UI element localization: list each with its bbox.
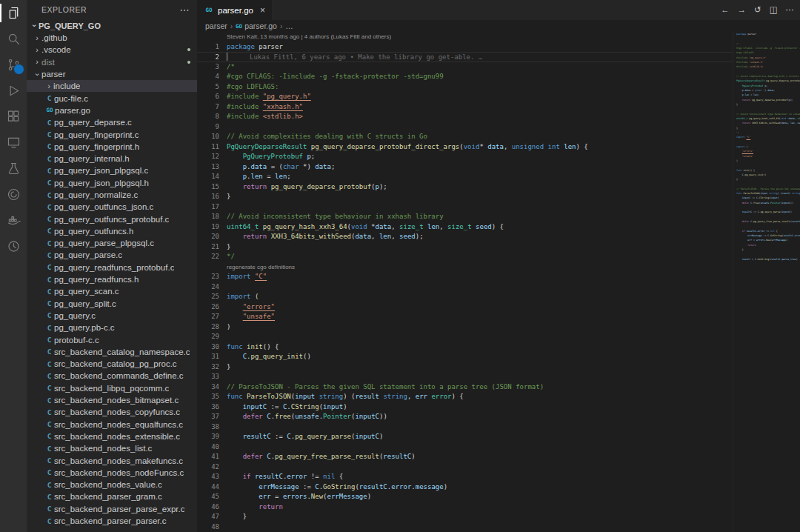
tree-file-pg_query_fingerprint.c[interactable]: Cpg_query_fingerprint.c [27, 128, 197, 140]
tree-file-pg_query_internal.h[interactable]: Cpg_query_internal.h [27, 153, 197, 164]
line-number[interactable]: 6 [197, 92, 219, 102]
split-editor-icon[interactable]: ◫ [770, 6, 778, 15]
live-share-icon[interactable] [0, 182, 27, 207]
tree-file-src_backend_parser_parse_expr.c[interactable]: Csrc_backend_parser_parse_expr.c [27, 503, 197, 515]
tree-file-pg_query_scan.c[interactable]: Cpg_query_scan.c [27, 285, 197, 297]
line-number[interactable]: 19 [197, 222, 219, 233]
tree-file-src_backend_parser_parser.c[interactable]: Csrc_backend_parser_parser.c [27, 515, 197, 527]
extensions-icon[interactable] [0, 104, 27, 130]
line-number[interactable]: 41 [197, 452, 219, 462]
tree-file-pg_query_parse.c[interactable]: Cpg_query_parse.c [27, 249, 197, 261]
remote-explorer-icon[interactable] [0, 130, 27, 156]
tree-folder-dist[interactable]: dist [27, 56, 197, 68]
line-number[interactable]: 21 [197, 242, 219, 253]
tree-file-pg_query_outfuncs_json.c[interactable]: Cpg_query_outfuncs_json.c [27, 201, 197, 213]
more-actions-icon[interactable]: ⋯ [180, 4, 190, 16]
tree-file-guc-file.c[interactable]: Cguc-file.c [27, 92, 197, 104]
tree-file-pg_query_parse_plpgsql.c[interactable]: Cpg_query_parse_plpgsql.c [27, 237, 197, 249]
code-area[interactable]: Steven Kalt, 13 months ago | 4 authors (… [197, 32, 800, 532]
tree-file-src_backend_nodes_bitmapset.c[interactable]: Csrc_backend_nodes_bitmapset.c [27, 394, 197, 406]
source-control-icon[interactable] [0, 52, 27, 78]
tree-folder-.vscode[interactable]: .vscode [27, 44, 197, 56]
line-number[interactable]: 10 [197, 132, 219, 142]
line-number[interactable]: 47 [197, 512, 219, 522]
gitlens-icon[interactable] [0, 233, 27, 259]
testing-icon[interactable] [0, 156, 27, 182]
tree-file-src_backend_nodes_makefuncs.c[interactable]: Csrc_backend_nodes_makefuncs.c [27, 454, 197, 466]
line-number[interactable]: 8 [197, 112, 219, 122]
tree-file-src_backend_catalog_pg_proc.c[interactable]: Csrc_backend_catalog_pg_proc.c [27, 358, 197, 370]
line-number[interactable]: 28 [197, 322, 219, 333]
code-lens[interactable]: regenerate cgo definitions [227, 262, 295, 273]
line-number[interactable]: 48 [197, 522, 219, 532]
line-number[interactable]: 35 [197, 392, 219, 402]
breadcrumb-item[interactable]: parser [205, 21, 227, 30]
breadcrumb-item[interactable]: … [285, 21, 293, 30]
tree-root-pg-query-go[interactable]: PG_QUERY_GO [27, 19, 197, 32]
line-number[interactable]: 14 [197, 172, 219, 182]
line-number[interactable]: 2 [197, 53, 219, 61]
tree-file-pg_query_fingerprint.h[interactable]: Cpg_query_fingerprint.h [27, 141, 197, 153]
tree-file-src_backend_parser_gram.c[interactable]: Csrc_backend_parser_gram.c [27, 491, 197, 502]
tree-folder-.github[interactable]: .github [27, 32, 197, 44]
line-number[interactable]: 15 [197, 182, 219, 193]
tree-file-protobuf-c.c[interactable]: Cprotobuf-c.c [27, 333, 197, 345]
line-number[interactable]: 18 [197, 212, 219, 222]
search-icon[interactable] [0, 26, 27, 52]
line-number[interactable]: 34 [197, 382, 219, 393]
tree-file-src_backend_catalog_namespace.c[interactable]: Csrc_backend_catalog_namespace.c [27, 346, 197, 358]
tree-file-pg_query_outfuncs_protobuf.c[interactable]: Cpg_query_outfuncs_protobuf.c [27, 213, 197, 225]
tree-file-src_backend_nodes_list.c[interactable]: Csrc_backend_nodes_list.c [27, 442, 197, 454]
tree-file-pg_query_outfuncs.h[interactable]: Cpg_query_outfuncs.h [27, 225, 197, 237]
tree-file-pg_query.c[interactable]: Cpg_query.c [27, 310, 197, 322]
line-number[interactable]: 25 [197, 292, 219, 302]
line-number[interactable]: 3 [197, 62, 219, 73]
tree-file-pg_query_json_plpgsql.h[interactable]: Cpg_query_json_plpgsql.h [27, 177, 197, 189]
tree-file-src_backend_commands_define.c[interactable]: Csrc_backend_commands_define.c [27, 370, 197, 382]
line-number[interactable]: 4 [197, 72, 219, 82]
line-number[interactable]: 36 [197, 402, 219, 413]
tree-file-src_backend_nodes_equalfuncs.c[interactable]: Csrc_backend_nodes_equalfuncs.c [27, 419, 197, 430]
line-number[interactable]: 24 [197, 282, 219, 293]
blame-lens[interactable]: Steven Kalt, 13 months ago | 4 authors (… [227, 32, 391, 42]
tree-file-src_backend_nodes_nodeFuncs.c[interactable]: Csrc_backend_nodes_nodeFuncs.c [27, 467, 197, 479]
tree-folder-parser[interactable]: parser [27, 68, 197, 80]
tree-file-pg_query_readfuncs_protobuf.c[interactable]: Cpg_query_readfuncs_protobuf.c [27, 262, 197, 273]
line-number[interactable]: 45 [197, 492, 219, 502]
more-actions-icon[interactable]: ⋯ [786, 6, 795, 15]
tree-file-pg_query_deparse.c[interactable]: Cpg_query_deparse.c [27, 116, 197, 128]
line-number[interactable]: 12 [197, 152, 219, 162]
file-history-icon[interactable]: ↺ [754, 6, 761, 15]
line-number[interactable]: 9 [197, 122, 219, 133]
line-number[interactable]: 5 [197, 82, 219, 93]
line-number[interactable]: 46 [197, 502, 219, 513]
line-number[interactable]: 37 [197, 412, 219, 422]
line-number[interactable]: 31 [197, 352, 219, 362]
line-number[interactable]: 32 [197, 362, 219, 373]
line-number[interactable]: 1 [197, 42, 219, 53]
tree-file-src_backend_nodes_extensible.c[interactable]: Csrc_backend_nodes_extensible.c [27, 430, 197, 442]
line-number[interactable]: 7 [197, 102, 219, 113]
tab-parser-go[interactable]: GO parser.go × [197, 0, 272, 20]
tree-file-src_backend_nodes_copyfuncs.c[interactable]: Csrc_backend_nodes_copyfuncs.c [27, 406, 197, 418]
line-number[interactable]: 44 [197, 482, 219, 493]
tree-file-pg_query_split.c[interactable]: Cpg_query_split.c [27, 298, 197, 310]
next-change-icon[interactable]: → [737, 6, 746, 15]
tree-file-parser.go[interactable]: GOparser.go [27, 104, 197, 116]
line-number[interactable]: 16 [197, 192, 219, 202]
line-number[interactable]: 26 [197, 302, 219, 313]
line-number[interactable]: 30 [197, 342, 219, 353]
line-number[interactable]: 23 [197, 272, 219, 282]
line-number[interactable]: 11 [197, 142, 219, 153]
line-number[interactable]: 29 [197, 332, 219, 342]
tree-file-src_backend_nodes_value.c[interactable]: Csrc_backend_nodes_value.c [27, 479, 197, 491]
tree-file-pg_query_readfuncs.h[interactable]: Cpg_query_readfuncs.h [27, 273, 197, 285]
line-number[interactable]: 39 [197, 432, 219, 442]
prev-change-icon[interactable]: ← [721, 6, 730, 15]
docker-icon[interactable] [0, 207, 27, 233]
line-number[interactable]: 40 [197, 442, 219, 453]
line-number[interactable]: 22 [197, 252, 219, 262]
minimap[interactable]: package parser/*#cgo CFLAGS: -Iinclude -… [733, 32, 800, 532]
tree-folder-include[interactable]: include [27, 80, 197, 92]
run-debug-icon[interactable] [0, 78, 27, 104]
